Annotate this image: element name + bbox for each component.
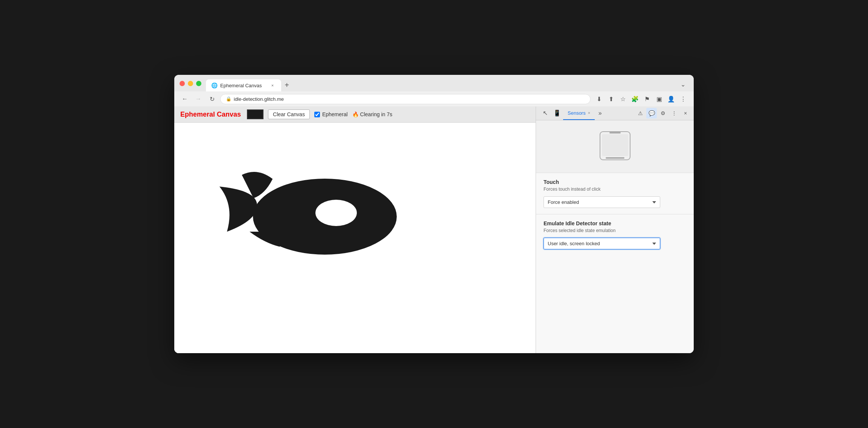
lock-icon: 🔒 [226,96,231,102]
ephemeral-label: Ephemeral [322,111,348,117]
url-text: idle-detection.glitch.me [234,96,585,102]
profile-icon[interactable]: 👤 [666,94,676,104]
more-tabs-icon[interactable]: » [595,106,605,120]
sidebar-icon[interactable]: ▣ [654,94,664,104]
address-input[interactable]: 🔒 idle-detection.glitch.me [220,94,591,104]
touch-dropdown[interactable]: No override Force enabled Force disabled [544,196,660,208]
svg-point-1 [315,200,357,226]
back-button[interactable]: ← [180,94,190,104]
browser-window: 🌐 Ephemeral Canvas × + ⌄ ← → ↻ 🔒 idle-de… [174,75,694,353]
devtools-content: Touch Forces touch instead of click No o… [536,120,694,353]
clearing-badge: 🔥 Clearing in 7s [352,111,393,117]
sensors-tab-close[interactable]: × [588,111,590,115]
clearing-text: Clearing in 7s [360,111,393,117]
chat-action-icon[interactable]: 💬 [646,108,657,118]
chat-icon: 💬 [649,110,655,116]
close-button[interactable] [180,81,185,86]
cursor-tool-icon[interactable]: ↖ [539,106,551,120]
fire-icon: 🔥 [352,111,359,117]
active-tab[interactable]: 🌐 Ephemeral Canvas × [206,79,281,91]
star-icon[interactable]: ☆ [618,94,628,104]
settings-icon[interactable]: ⚙ [658,108,668,118]
more-options-icon[interactable]: ⋮ [678,94,688,104]
page-toolbar: Ephemeral Canvas Clear Canvas Ephemeral … [174,106,536,123]
touch-subtitle: Forces touch instead of click [544,187,686,192]
forward-button[interactable]: → [193,94,204,104]
device-toggle-icon[interactable]: 📱 [551,106,563,120]
phone-preview-svg [592,130,638,164]
canvas-area[interactable] [174,123,536,353]
share-icon[interactable]: ⬆ [606,94,616,104]
title-bar: 🌐 Ephemeral Canvas × + ⌄ [174,75,694,91]
ephemeral-checkbox-label[interactable]: Ephemeral [314,111,348,117]
more-actions-icon[interactable]: ⋮ [669,108,679,118]
tab-close-button[interactable]: × [269,82,276,89]
tab-title: Ephemeral Canvas [220,83,266,88]
address-bar: ← → ↻ 🔒 idle-detection.glitch.me ⬇ ⬆ ☆ 🧩… [174,91,694,106]
tabs-row: 🌐 Ephemeral Canvas × + [206,79,292,91]
sensors-tab-label: Sensors [568,110,586,116]
download-icon[interactable]: ⬇ [594,94,604,104]
tab-favicon: 🌐 [211,82,217,88]
clear-canvas-button[interactable]: Clear Canvas [268,109,310,119]
devtools-panel: ↖ 📱 Sensors × » ⚠ 💬 ⚙ [536,106,694,353]
close-devtools-icon[interactable]: × [680,108,691,118]
touch-title: Touch [544,179,686,185]
idle-subtitle: Forces selected idle state emulation [544,228,686,233]
device-preview [536,120,694,173]
fish-drawing [197,130,404,281]
minimize-button[interactable] [188,81,193,86]
touch-section: Touch Forces touch instead of click No o… [536,173,694,214]
devtools-tabs: ↖ 📱 Sensors × » ⚠ 💬 ⚙ [536,106,694,120]
flag-icon[interactable]: ⚑ [642,94,652,104]
main-content: Ephemeral Canvas Clear Canvas Ephemeral … [174,106,694,353]
traffic-lights [180,81,201,86]
dots-icon: ⋮ [672,110,677,116]
maximize-button[interactable] [196,81,201,86]
svg-rect-3 [602,134,628,156]
sensors-tab[interactable]: Sensors × [563,106,595,120]
svg-rect-4 [609,132,621,134]
close-icon: × [684,110,687,116]
ephemeral-checkbox[interactable] [314,112,320,117]
warning-icon: ⚠ [638,110,643,116]
idle-title: Emulate Idle Detector state [544,220,686,226]
color-picker-swatch[interactable] [247,109,263,119]
svg-rect-5 [606,157,624,159]
chevron-down-icon[interactable]: ⌄ [677,79,688,90]
new-tab-button[interactable]: + [281,79,292,91]
refresh-button[interactable]: ↻ [207,94,217,104]
idle-dropdown[interactable]: No idle emulation User active, screen un… [544,238,660,249]
toolbar-icons: ⬇ ⬆ ☆ 🧩 ⚑ ▣ 👤 ⋮ [594,94,688,104]
web-page: Ephemeral Canvas Clear Canvas Ephemeral … [174,106,536,353]
page-title: Ephemeral Canvas [180,111,241,118]
idle-section: Emulate Idle Detector state Forces selec… [536,214,694,255]
devtools-action-icons: ⚠ 💬 ⚙ ⋮ × [635,108,691,118]
warning-action-icon[interactable]: ⚠ [635,108,646,118]
gear-icon: ⚙ [661,110,665,116]
extensions-icon[interactable]: 🧩 [630,94,640,104]
